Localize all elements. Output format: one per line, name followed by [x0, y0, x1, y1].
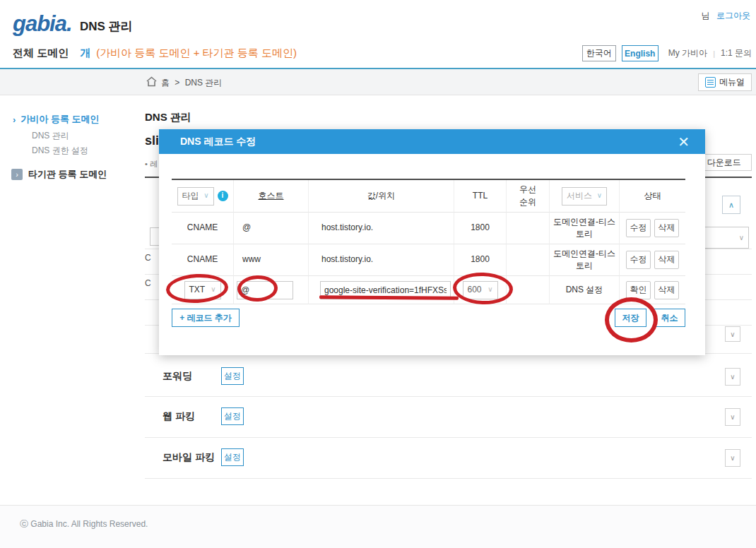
row3-value: [309, 276, 454, 304]
edit-button[interactable]: 수정: [626, 251, 651, 269]
accordion-divider: [145, 396, 752, 397]
domain-name-partial: sli: [145, 133, 159, 148]
domain-summary: 전체 도메인 개 (가비아 등록 도메인 + 타기관 등록 도메인): [13, 47, 297, 60]
type-filter-label: 타입: [182, 190, 199, 202]
lang-english-button[interactable]: English: [622, 45, 658, 61]
sidebar-item-gabia-domains[interactable]: › 가비아 등록 도메인: [13, 113, 100, 126]
delete-button[interactable]: 삭제: [654, 281, 679, 299]
accordion-divider: [145, 478, 752, 479]
sidebar-group1-label: 가비아 등록 도메인: [20, 113, 99, 126]
mobile-parking-label: 모바일 파킹: [163, 451, 215, 464]
domain-count-unit: 개: [80, 47, 90, 60]
host-input[interactable]: [237, 281, 293, 299]
header-host: 호스트: [234, 180, 309, 213]
expand-section-button[interactable]: ∨: [725, 326, 740, 342]
web-parking-settings-button[interactable]: 설정: [221, 407, 244, 425]
type-filter-select[interactable]: 타입 ∨: [177, 187, 214, 206]
gabia-logo[interactable]: gabia.: [13, 11, 72, 37]
mobile-parking-expand-button[interactable]: ∨: [725, 449, 740, 467]
info-icon[interactable]: i: [218, 191, 228, 201]
add-record-button[interactable]: + 레코드 추가: [172, 309, 240, 327]
row1-value: host.tistory.io.: [309, 213, 454, 244]
inquiry-link[interactable]: 1:1 문의: [721, 47, 752, 59]
total-domains-label: 전체 도메인: [13, 47, 69, 60]
forwarding-expand-button[interactable]: ∨: [725, 368, 740, 386]
bullet-dot: •: [145, 160, 148, 168]
row2-type: CNAME: [172, 244, 234, 276]
copyright-text: ⓒ Gabia Inc. All Rights Reserved.: [20, 518, 148, 530]
chevron-down-icon: ∨: [488, 285, 492, 295]
modal-title: DNS 레코드 수정: [180, 136, 256, 148]
web-parking-expand-button[interactable]: ∨: [725, 408, 740, 426]
ttl-select[interactable]: 600 ∨: [463, 281, 498, 299]
main-page-title: DNS 관리: [145, 111, 191, 124]
forwarding-label: 포워딩: [163, 370, 192, 383]
row2-ttl: 1800: [454, 244, 507, 276]
mobile-parking-settings-button[interactable]: 설정: [221, 448, 244, 466]
sidebar-group2-label: 타기관 등록 도메인: [28, 168, 107, 181]
delete-button[interactable]: 삭제: [654, 251, 679, 269]
row3-host: [234, 276, 309, 304]
user-area: 님 로그아웃: [702, 10, 750, 22]
sidebar-item-other-domains[interactable]: › 타기관 등록 도메인: [11, 168, 107, 181]
row1-priority: [507, 213, 550, 244]
my-gabia-link[interactable]: My 가비아: [668, 47, 707, 59]
chevron-right-boxed-icon: ›: [11, 169, 23, 180]
utility-nav: 한국어 English My 가비아 | 1:1 문의: [582, 45, 752, 61]
header-service: 서비스 ∨: [550, 180, 620, 213]
row3-service: DNS 설정: [550, 276, 620, 304]
nav-divider: |: [713, 49, 715, 58]
footer: ⓒ Gabia Inc. All Rights Reserved.: [0, 505, 756, 548]
web-parking-label: 웹 파킹: [163, 410, 195, 423]
close-icon[interactable]: ✕: [678, 133, 690, 150]
confirm-button[interactable]: 확인: [626, 281, 651, 299]
manual-button[interactable]: 메뉴얼: [698, 73, 752, 91]
row2-service: 도메인연결-티스토리: [550, 244, 620, 276]
forwarding-settings-button[interactable]: 설정: [221, 367, 244, 385]
row1-host: @: [234, 213, 309, 244]
row1-service: 도메인연결-티스토리: [550, 213, 620, 244]
row3-ttl: 600 ∨: [454, 276, 507, 304]
record-type-select[interactable]: TXT ∨: [184, 281, 221, 299]
edit-button[interactable]: 수정: [626, 219, 651, 237]
header-type: 타입 ∨ i: [172, 180, 234, 213]
sidebar-item-dns-manage[interactable]: DNS 관리: [32, 130, 69, 142]
modal-header: DNS 레코드 수정 ✕: [159, 129, 705, 154]
row2-actions: 수정 삭제: [620, 244, 685, 276]
chevron-right-icon: ›: [13, 114, 16, 125]
breadcrumb-bar: 홈 > DNS 관리 메뉴얼: [0, 69, 756, 95]
dns-management-page: gabia. DNS 관리 님 로그아웃 전체 도메인 개 (가비아 등록 도메…: [0, 0, 756, 548]
service-filter-label: 서비스: [567, 190, 592, 202]
page-app-title: DNS 관리: [80, 18, 133, 35]
domain-note: (가비아 등록 도메인 + 타기관 등록 도메인): [96, 47, 297, 60]
save-button[interactable]: 저장: [615, 309, 646, 327]
lang-korean-button[interactable]: 한국어: [582, 45, 616, 61]
hidden-row-fragment: C: [145, 278, 151, 288]
record-type-value: TXT: [189, 284, 206, 296]
row2-host: www: [234, 244, 309, 276]
header-priority: 우선 순위: [507, 180, 550, 213]
cancel-button[interactable]: 취소: [654, 309, 685, 327]
chevron-down-icon: ∨: [597, 191, 602, 201]
collapse-section-button[interactable]: ∧: [722, 196, 740, 214]
record-list-bullet: • 레: [145, 159, 158, 169]
breadcrumb-home[interactable]: 홈: [161, 78, 170, 88]
service-filter-select[interactable]: 서비스 ∨: [562, 187, 607, 206]
gabia-logo-text: gabia.: [13, 11, 72, 36]
dns-records-table: 타입 ∨ i 호스트 값/위치 TTL 우선 순위 서비스 ∨ 상태 CNAME…: [172, 179, 685, 304]
breadcrumb-current: DNS 관리: [185, 78, 223, 88]
header-ttl: TTL: [454, 180, 507, 213]
value-input[interactable]: [320, 281, 451, 299]
chevron-down-icon: ∨: [211, 285, 215, 295]
row2-value: host.tistory.io.: [309, 244, 454, 276]
ttl-value: 600: [468, 284, 482, 296]
home-icon[interactable]: [146, 76, 158, 88]
delete-button[interactable]: 삭제: [654, 219, 679, 237]
row2-priority: [507, 244, 550, 276]
row1-type: CNAME: [172, 213, 234, 244]
accordion-divider: [145, 437, 752, 438]
logout-link[interactable]: 로그아웃: [716, 11, 750, 20]
breadcrumb: 홈 > DNS 관리: [161, 77, 222, 89]
sidebar-item-dns-permission[interactable]: DNS 권한 설정: [32, 145, 88, 157]
breadcrumb-separator: >: [175, 78, 179, 88]
